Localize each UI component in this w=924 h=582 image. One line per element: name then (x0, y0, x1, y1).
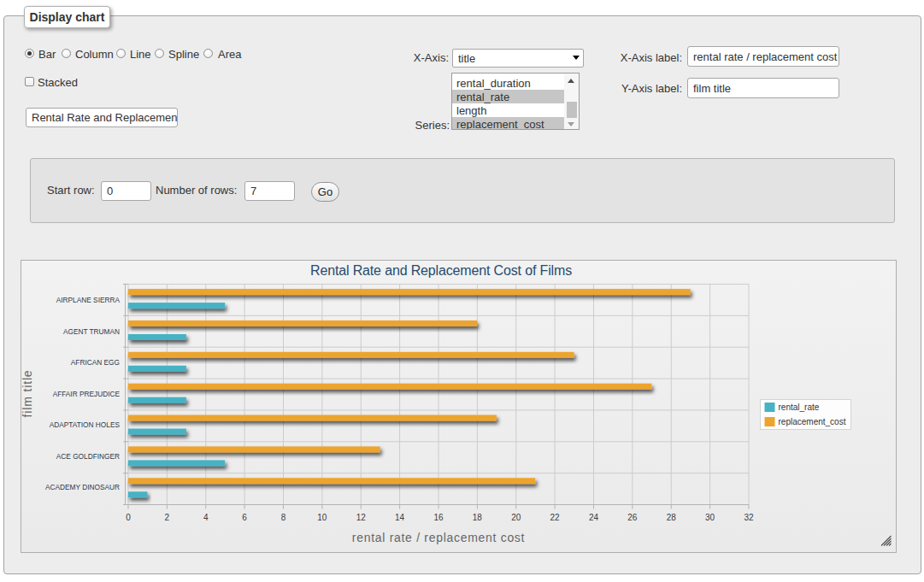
svg-text:ADAPTATION HOLES: ADAPTATION HOLES (50, 420, 121, 429)
svg-text:24: 24 (589, 513, 599, 522)
svg-text:AIRPLANE SIERRA: AIRPLANE SIERRA (56, 296, 121, 304)
svg-text:Rental Rate and Replacement Co: Rental Rate and Replacement Cost of Film… (310, 263, 572, 278)
svg-text:rental_rate: rental_rate (779, 403, 820, 412)
svg-text:ACE GOLDFINGER: ACE GOLDFINGER (56, 452, 120, 461)
svg-text:16: 16 (433, 513, 444, 522)
svg-text:26: 26 (627, 513, 638, 522)
svg-text:rental rate / replacement cost: rental rate / replacement cost (352, 531, 525, 544)
svg-text:2: 2 (165, 513, 170, 522)
svg-text:4: 4 (203, 513, 209, 522)
svg-text:10: 10 (317, 513, 327, 522)
svg-text:14: 14 (395, 513, 405, 522)
svg-text:18: 18 (473, 513, 483, 522)
svg-text:0: 0 (126, 513, 131, 522)
svg-text:AFFAIR PREJUDICE: AFFAIR PREJUDICE (53, 390, 121, 398)
svg-text:30: 30 (705, 513, 715, 522)
svg-text:replacement_cost: replacement_cost (779, 417, 846, 426)
svg-text:20: 20 (511, 513, 521, 522)
svg-text:AFRICAN EGG: AFRICAN EGG (71, 358, 120, 367)
svg-text:22: 22 (550, 513, 561, 522)
svg-text:32: 32 (744, 513, 754, 522)
svg-text:AGENT TRUMAN: AGENT TRUMAN (63, 327, 120, 336)
svg-text:6: 6 (242, 513, 247, 522)
svg-text:8: 8 (281, 513, 286, 522)
svg-text:ACADEMY DINOSAUR: ACADEMY DINOSAUR (45, 483, 120, 491)
svg-text:film title: film title (21, 370, 34, 418)
svg-text:28: 28 (667, 513, 677, 522)
svg-text:12: 12 (356, 513, 367, 522)
